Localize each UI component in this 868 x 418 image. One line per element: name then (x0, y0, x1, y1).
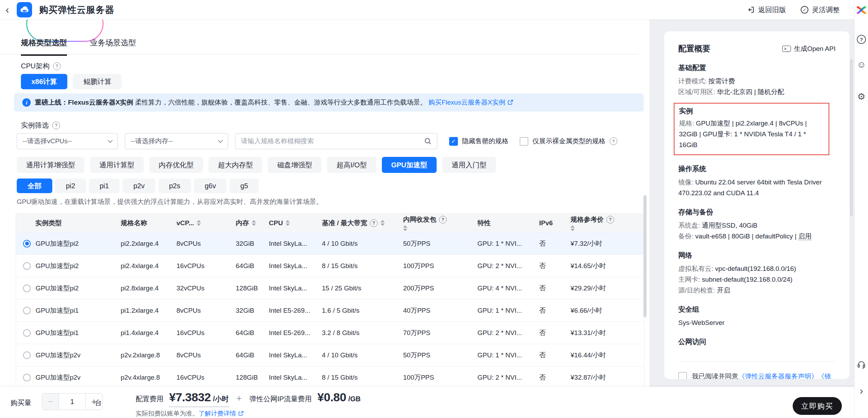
cell-memory: 32GiB (236, 233, 269, 254)
subtype-g6v[interactable]: g6v (194, 178, 227, 193)
radio-unselected[interactable] (23, 329, 31, 337)
sort-icon[interactable] (403, 225, 407, 231)
table-row[interactable]: GPU加速型p2v p2v.2xlarge.8 8vCPUs 64GiB Int… (16, 344, 644, 366)
sysdisk-value: 通用型SSD, 40GiB (702, 222, 757, 229)
ecs-statement-link[interactable]: 《弹性云服务器服务声明》 (738, 373, 818, 379)
radio-selected[interactable] (23, 240, 31, 248)
backup-enabled-link[interactable]: 启用 (798, 233, 812, 240)
config-fee-group[interactable]: ¥7.3832 /小时 (169, 390, 229, 407)
sort-icon[interactable] (197, 220, 201, 226)
flexible-adjust-button[interactable]: ✓ 灵活调整 (801, 5, 840, 15)
cell-name: pi2.2xlarge.4 (121, 233, 176, 254)
bare-metal-checkbox[interactable]: 仅展示裸金属类型的规格 ? (520, 137, 617, 146)
sort-icon[interactable] (252, 220, 256, 226)
cell-ipv6: 否 (539, 366, 571, 387)
spec-search (235, 133, 437, 149)
vcpus-select[interactable]: --请选择vCPUs-- (17, 133, 118, 149)
help-icon[interactable]: ? (439, 216, 447, 223)
tab-spec-type[interactable]: 规格类型选型 (21, 38, 67, 56)
table-row[interactable]: GPU加速型p2v p2v.4xlarge.8 16vCPUs 128GiB I… (16, 366, 644, 387)
help-circle-icon[interactable]: ? (857, 35, 866, 44)
feedback-smiley-icon[interactable]: ☺ (857, 60, 866, 69)
table-row[interactable]: GPU加速型pi2 pi2.2xlarge.4 8vCPUs 32GiB Int… (16, 232, 644, 254)
cell-feature: GPU: 1 * NVI... (477, 344, 539, 366)
buy-now-button[interactable]: 立即购买 (793, 397, 842, 415)
cell-type: GPU加速型p2v (36, 351, 81, 360)
checkbox-unchecked[interactable] (520, 137, 528, 146)
top-header: ‹ 购买弹性云服务器 返回旧版 ✓ 灵活调整 (0, 0, 854, 20)
table-row[interactable]: GPU加速型pi2 pi2.4xlarge.4 16vCPUs 64GiB In… (16, 254, 644, 277)
category-general-enhanced[interactable]: 通用计算增强型 (17, 157, 84, 173)
quantity-decrease-button[interactable]: − (42, 394, 59, 410)
subtype-all[interactable]: 全部 (17, 178, 52, 193)
back-chevron-icon[interactable]: ‹ (6, 5, 9, 15)
image-label: 镜像: (678, 178, 695, 186)
cell-pps: 100万PPS (403, 366, 477, 387)
radio-unselected[interactable] (23, 307, 31, 314)
flavor-table: 实例类型 规格名称 vCP... 内存 CPU 基准 / 最大带宽? 内网收发包… (16, 213, 644, 387)
summary-scrollbar[interactable] (850, 59, 853, 216)
radio-unselected[interactable] (23, 351, 31, 359)
quantity-value[interactable]: 1 (59, 394, 85, 410)
expand-chevron-icon[interactable]: › (860, 386, 863, 396)
radio-unselected[interactable] (23, 374, 31, 381)
settings-gear-icon[interactable]: ⚙ (857, 92, 865, 101)
purchase-ecs-page: { "app": { "title": "购买弹性云服务器" }, "heade… (0, 0, 868, 418)
support-headset-icon[interactable] (857, 360, 866, 369)
cpu-arch-options: x86计算 鲲鹏计算 (21, 74, 122, 89)
generate-openapi-button[interactable]: >_ 生成Open API (782, 44, 836, 53)
spec-search-input[interactable] (235, 133, 437, 149)
help-icon[interactable]: ? (53, 62, 61, 70)
backup-label: 备份: (678, 233, 695, 240)
sort-icon[interactable] (571, 225, 575, 231)
agreement-text: 我已阅读并同意 (692, 373, 738, 379)
subtype-p2s[interactable]: p2s (158, 178, 191, 193)
table-row[interactable]: GPU加速型pi1 pi1.4xlarge.4 16vCPUs 64GiB In… (16, 321, 644, 344)
help-icon[interactable]: ? (610, 137, 617, 145)
radio-unselected[interactable] (23, 262, 31, 270)
sort-icon[interactable] (286, 220, 290, 226)
cell-cpu: Intel SkyLa... (269, 277, 322, 299)
subtype-p2v[interactable]: p2v (122, 178, 155, 193)
help-icon[interactable]: ? (52, 122, 60, 129)
return-old-version-button[interactable]: 返回旧版 (747, 5, 786, 15)
subtype-g5[interactable]: g5 (229, 178, 259, 193)
help-icon[interactable]: ? (606, 216, 614, 223)
page-title: 购买弹性云服务器 (39, 4, 114, 16)
cell-vcpus: 8vCPUs (176, 344, 236, 366)
buy-flexus-link[interactable]: 购买Flexus云服务器X实例 (428, 99, 505, 106)
purchase-footer: 购买量 − 1 + 台 配置费用 ¥7.3832 /小时 + 弹性公网IP流量费… (0, 387, 854, 418)
category-high-io[interactable]: 超高I/O型 (327, 157, 376, 173)
arch-kunpeng-button[interactable]: 鲲鹏计算 (73, 74, 122, 89)
category-general-entry[interactable]: 通用入门型 (442, 157, 496, 173)
memory-select[interactable]: --请选择内存-- (125, 133, 228, 149)
category-memory-optimized[interactable]: 内存优化型 (149, 157, 203, 173)
tab-business-scenario[interactable]: 业务场景选型 (90, 38, 136, 56)
banner-text: 重磅上线：Flexus云服务器X实例 柔性算力，六倍性能，旗舰体验，覆盖高科技、… (35, 98, 513, 107)
config-fee-value: ¥7.3832 (169, 390, 211, 404)
table-row[interactable]: GPU加速型pi2 pi2.8xlarge.4 32vCPUs 128GiB I… (16, 277, 644, 299)
checkbox-checked-icon[interactable]: ✓ (449, 137, 458, 146)
agreement-checkbox[interactable] (678, 372, 687, 379)
main-scrollbar[interactable] (643, 195, 647, 317)
help-icon[interactable]: ? (370, 219, 378, 227)
search-icon[interactable] (424, 137, 432, 145)
sort-icon[interactable] (380, 220, 385, 226)
quantity-label: 购买量 (10, 398, 31, 408)
table-row[interactable]: GPU加速型pi1 pi1.2xlarge.4 8vCPUs 32GiB Int… (16, 299, 644, 321)
category-general[interactable]: 通用计算型 (90, 157, 144, 173)
category-large-memory[interactable]: 超大内存型 (209, 157, 262, 173)
billing-details-link[interactable]: 了解计费详情 (198, 410, 236, 417)
brand-logo-icon[interactable] (856, 5, 867, 15)
flex-adjust-label: 灵活调整 (812, 5, 840, 15)
category-gpu-accelerated[interactable]: GPU加速型 (382, 157, 437, 173)
category-disk-enhanced[interactable]: 磁盘增强型 (268, 157, 322, 173)
terminal-icon: >_ (782, 46, 791, 52)
network-heading: 网络 (678, 251, 836, 260)
cell-feature: GPU: 2 * NVI... (477, 366, 539, 387)
radio-unselected[interactable] (23, 284, 31, 292)
arch-x86-button[interactable]: x86计算 (21, 74, 67, 89)
subtype-pi2[interactable]: pi2 (55, 178, 86, 193)
subtype-pi1[interactable]: pi1 (89, 178, 120, 193)
hide-soldout-checkbox[interactable]: ✓ 隐藏售罄的规格 (449, 137, 508, 146)
